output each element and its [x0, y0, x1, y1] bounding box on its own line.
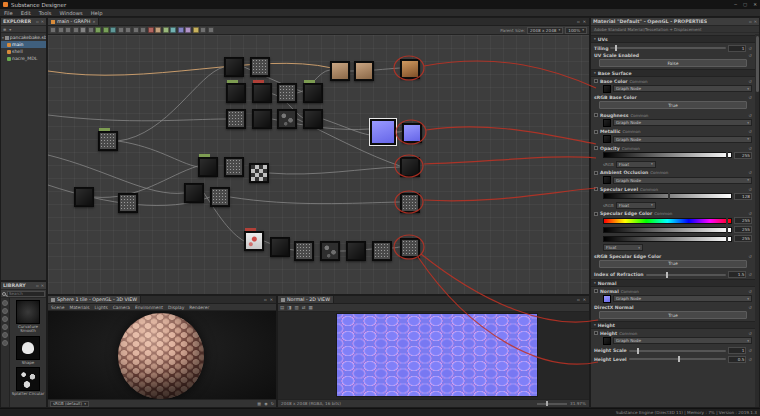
tiling-preview-icon[interactable]: ▦: [309, 305, 313, 310]
graph-node-8[interactable]: [303, 83, 323, 103]
explorer-package[interactable]: ▾ pancakebake.sbs*: [1, 34, 46, 41]
height-checkbox[interactable]: [594, 331, 598, 335]
graph-node-15[interactable]: [249, 163, 269, 183]
panel-close-icon[interactable]: ✕: [583, 19, 586, 24]
explorer-item-main[interactable]: main: [1, 41, 46, 48]
graph-node-6[interactable]: [252, 83, 272, 103]
view3d-menu-display[interactable]: Display: [168, 305, 184, 310]
graph-node-10[interactable]: [252, 109, 272, 129]
properties-scrollbar[interactable]: [755, 34, 759, 407]
height-level-slider[interactable]: [629, 358, 727, 360]
graph-toolbar-icon-4[interactable]: [80, 27, 86, 33]
graph-node-9[interactable]: [226, 109, 246, 129]
metallic-source-dropdown[interactable]: Graph Node▾: [613, 136, 752, 143]
reset-icon[interactable]: ↺: [748, 46, 752, 51]
close-button[interactable]: ✕: [753, 2, 757, 7]
library-search-input[interactable]: [7, 291, 45, 297]
graph-node-17[interactable]: [210, 187, 230, 207]
graph-node-3[interactable]: [224, 57, 244, 77]
tiling-slider[interactable]: [610, 47, 726, 49]
graph-node-23[interactable]: [372, 241, 392, 261]
normal-source-dropdown[interactable]: Graph Node▾: [613, 295, 752, 302]
specular-level-gradient-slider[interactable]: [603, 193, 732, 199]
graph-node-5[interactable]: [226, 83, 246, 103]
category-icon[interactable]: [2, 300, 8, 306]
graph-node-28[interactable]: [370, 119, 396, 145]
graph-node-2[interactable]: [118, 193, 138, 213]
graph-node-0[interactable]: [98, 131, 118, 151]
filter-icon[interactable]: ≡: [3, 27, 6, 32]
view3d-menu-renderer[interactable]: Renderer: [189, 305, 209, 310]
base-color-source-dropdown[interactable]: Graph Node▾: [613, 85, 752, 92]
graph-node-4[interactable]: [250, 57, 270, 77]
explorer-item-shell[interactable]: shell: [1, 48, 46, 55]
graph-toolbar-icon-3[interactable]: [73, 27, 79, 33]
graph-toolbar-icon-16[interactable]: [170, 27, 176, 33]
category-icon[interactable]: [2, 308, 8, 314]
graph-canvas[interactable]: [48, 35, 589, 294]
graph-toolbar-icon-10[interactable]: [125, 27, 131, 33]
reset-icon[interactable]: ↺: [748, 211, 752, 216]
graph-zoom-dropdown[interactable]: 100%▾: [565, 27, 587, 34]
refresh-icon[interactable]: ↻: [271, 401, 274, 406]
reset-icon[interactable]: ↺: [748, 146, 752, 151]
graph-node-31[interactable]: [400, 193, 420, 213]
panel-float-icon[interactable]: ▫: [264, 297, 267, 302]
graph-toolbar-icon-11[interactable]: [133, 27, 139, 33]
specular-edge-value-g[interactable]: 255: [734, 226, 752, 233]
ior-slider[interactable]: [646, 274, 727, 276]
specular-level-value[interactable]: 128: [734, 193, 752, 200]
tiling-value[interactable]: 1: [728, 45, 746, 52]
reset-icon[interactable]: ↺: [748, 95, 752, 100]
graph-node-29[interactable]: [402, 123, 422, 143]
save-icon[interactable]: ◨: [287, 305, 291, 310]
graph-node-14[interactable]: [224, 157, 244, 177]
graph-node-21[interactable]: [320, 241, 340, 261]
base-color-checkbox[interactable]: [594, 79, 598, 83]
reset-icon[interactable]: ↺: [748, 170, 752, 175]
reset-icon[interactable]: ↺: [748, 187, 752, 192]
reset-icon[interactable]: ↺: [748, 254, 752, 259]
grid-toggle-icon[interactable]: ▦: [257, 401, 261, 406]
graph-toolbar-icon-19[interactable]: [193, 27, 199, 33]
graph-node-22[interactable]: [346, 241, 366, 261]
specular-edge-value-r[interactable]: 255: [734, 217, 752, 224]
open-icon[interactable]: ▤: [280, 305, 284, 310]
luminance-slider[interactable]: [603, 236, 732, 242]
ambient-occlusion-checkbox[interactable]: [594, 171, 598, 175]
roughness-checkbox[interactable]: [594, 113, 598, 117]
view3d-menu-environment[interactable]: Environment: [135, 305, 163, 310]
graph-node-20[interactable]: [294, 241, 314, 261]
graph-toolbar-icon-12[interactable]: [140, 27, 146, 33]
menu-file[interactable]: File: [4, 10, 13, 16]
panel-close-icon[interactable]: ✕: [41, 19, 44, 24]
view3d-menu-scene[interactable]: Scene: [51, 305, 64, 310]
panel-float-icon[interactable]: ▫: [749, 19, 752, 24]
view3d-menu-lights[interactable]: Lights: [95, 305, 108, 310]
graph-toolbar-icon-5[interactable]: [88, 27, 94, 33]
menu-tools[interactable]: Tools: [39, 10, 52, 16]
graph-toolbar-icon-15[interactable]: [163, 27, 169, 33]
opacity-format-dropdown[interactable]: Float▾: [616, 161, 656, 168]
graph-toolbar-icon-1[interactable]: [58, 27, 64, 33]
graph-toolbar-icon-20[interactable]: [200, 27, 206, 33]
graph-toolbar-icon-14[interactable]: [155, 27, 161, 33]
specular-level-format-dropdown[interactable]: Float▾: [616, 202, 656, 209]
graph-node-1[interactable]: [74, 187, 94, 207]
graph-toolbar-icon-2[interactable]: [65, 27, 71, 33]
graph-toolbar-icon-18[interactable]: [185, 27, 191, 33]
graph-node-16[interactable]: [184, 183, 204, 203]
category-icon[interactable]: [2, 332, 8, 338]
reset-icon[interactable]: ↺: [748, 272, 752, 277]
graph-tab[interactable]: main - GRAPH ✕: [48, 18, 99, 25]
reset-icon[interactable]: ↺: [748, 79, 752, 84]
graph-node-13[interactable]: [198, 157, 218, 177]
ambient-occlusion-source-dropdown[interactable]: Graph Node▾: [613, 177, 752, 184]
reset-icon[interactable]: ↺: [748, 53, 752, 58]
view3d-menu-materials[interactable]: Materials: [69, 305, 89, 310]
specular-level-checkbox[interactable]: [594, 187, 598, 191]
graph-node-26[interactable]: [354, 61, 374, 81]
graph-node-11[interactable]: [277, 109, 297, 129]
view2d-canvas[interactable]: [278, 312, 589, 399]
graph-toolbar-icon-8[interactable]: [110, 27, 116, 33]
